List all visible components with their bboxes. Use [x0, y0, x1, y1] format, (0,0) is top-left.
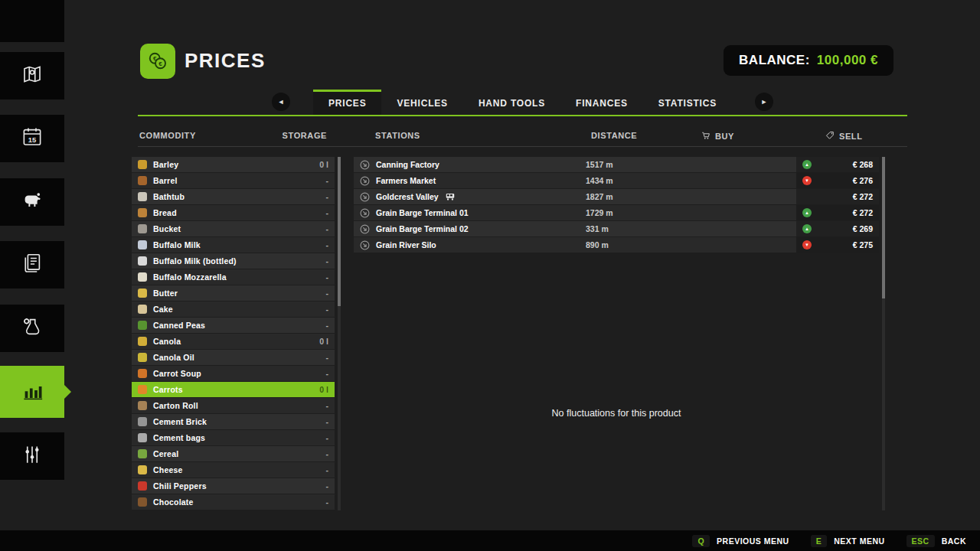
- commodity-storage: -: [326, 497, 329, 507]
- sidebar-item-production[interactable]: [0, 305, 64, 352]
- commodity-scrollbar[interactable]: [338, 157, 341, 510]
- sell-point-icon: [360, 208, 370, 218]
- commodity-name: Barley: [153, 160, 178, 169]
- commodity-row[interactable]: Cake-: [132, 302, 335, 317]
- commodity-row[interactable]: Carton Roll-: [132, 398, 335, 413]
- commodity-name: Cake: [153, 305, 173, 314]
- commodity-storage: -: [326, 289, 329, 298]
- commodity-row[interactable]: Cereal-: [132, 446, 335, 461]
- station-distance: 1517 m: [586, 160, 613, 169]
- active-item-notch: [64, 385, 71, 399]
- buffalo-milk-bottled-icon: [138, 256, 147, 266]
- commodity-row[interactable]: Chocolate-: [132, 494, 335, 510]
- commodity-storage: -: [326, 417, 329, 426]
- prices-screen: 15: [0, 0, 980, 551]
- station-row[interactable]: Goldcrest Valley1827 m€ 272: [354, 189, 879, 204]
- commodity-row[interactable]: Chili Peppers-: [132, 478, 335, 494]
- buy-cart-icon: [701, 131, 710, 142]
- station-name: Farmers Market: [376, 176, 436, 185]
- tab-finances[interactable]: FINANCES: [560, 90, 643, 115]
- commodity-name: Carrot Soup: [153, 369, 201, 378]
- sidebar-item-settings[interactable]: [0, 432, 64, 480]
- commodity-row[interactable]: Canola0 l: [132, 334, 335, 349]
- station-row[interactable]: Canning Factory1517 m▲€ 268: [354, 157, 879, 172]
- canola-oil-icon: [138, 353, 147, 362]
- tab-statistics[interactable]: STATISTICS: [643, 90, 732, 115]
- page-title: PRICES: [185, 49, 266, 73]
- commodity-scrollbar-thumb[interactable]: [338, 157, 341, 306]
- station-scrollbar[interactable]: [882, 157, 885, 510]
- station-sell-price: € 276: [853, 176, 873, 185]
- commodity-row[interactable]: Cement Brick-: [132, 414, 335, 429]
- next-tab-button[interactable]: ►: [755, 93, 773, 111]
- cement-brick-icon: [138, 417, 147, 426]
- tab-prices[interactable]: PRICES: [313, 90, 381, 115]
- contracts-icon: [21, 252, 44, 278]
- sidebar-item-map[interactable]: [0, 52, 64, 99]
- butter-icon: [138, 289, 147, 298]
- commodity-storage: -: [326, 192, 329, 201]
- key-action-label: PREVIOUS MENU: [717, 536, 789, 546]
- balance-badge: BALANCE: 100,000 €: [724, 45, 893, 76]
- station-row[interactable]: Grain Barge Terminal 011729 m▲€ 272: [354, 205, 879, 220]
- station-sell-cell: ▲€ 272: [796, 205, 879, 220]
- sidebar-item-statistics[interactable]: [0, 366, 64, 418]
- commodity-storage: -: [326, 256, 329, 266]
- commodity-name: Chocolate: [153, 497, 194, 507]
- svg-text:€: €: [158, 60, 162, 67]
- svg-text:15: 15: [28, 136, 36, 144]
- column-commodity: COMMODITY: [139, 131, 196, 140]
- footer-hint-e: ENEXT MENU: [811, 535, 885, 547]
- sell-point-icon: [360, 240, 370, 250]
- calendar-icon: 15: [21, 126, 44, 152]
- commodity-name: Buffalo Milk: [153, 240, 201, 249]
- station-scrollbar-thumb[interactable]: [882, 157, 885, 298]
- station-distance: 331 m: [586, 224, 609, 233]
- commodity-row[interactable]: Buffalo Mozzarella-: [132, 269, 335, 285]
- price-up-icon: ▲: [802, 160, 812, 169]
- bucket-icon: [138, 224, 147, 233]
- commodity-row[interactable]: Cement bags-: [132, 430, 335, 445]
- commodity-storage: -: [326, 401, 329, 410]
- sidebar-item-contracts[interactable]: [0, 241, 64, 289]
- tab-vehicles[interactable]: VEHICLES: [381, 90, 462, 115]
- station-row[interactable]: Grain River Silo890 m▼€ 275: [354, 237, 879, 253]
- column-stations: STATIONS: [375, 131, 420, 140]
- station-name: Grain Barge Terminal 02: [376, 224, 469, 233]
- cereal-icon: [138, 449, 147, 458]
- commodity-row[interactable]: Buffalo Milk-: [132, 237, 335, 253]
- commodity-row[interactable]: Butter-: [132, 285, 335, 301]
- commodity-storage: -: [326, 208, 329, 217]
- station-row[interactable]: Farmers Market1434 m▼€ 276: [354, 173, 879, 188]
- bread-icon: [138, 208, 147, 217]
- commodity-row[interactable]: Buffalo Milk (bottled)-: [132, 253, 335, 269]
- station-row[interactable]: Grain Barge Terminal 02331 m▲€ 269: [354, 221, 879, 236]
- tab-hand-tools[interactable]: HAND TOOLS: [463, 90, 560, 115]
- station-name: Grain River Silo: [376, 240, 436, 249]
- commodity-name: Cereal: [153, 449, 178, 458]
- sidebar: 15: [0, 0, 64, 530]
- sidebar-item-calendar[interactable]: 15: [0, 115, 64, 162]
- commodity-row[interactable]: Carrot Soup-: [132, 366, 335, 381]
- commodity-row[interactable]: Bread-: [132, 205, 335, 220]
- commodity-row[interactable]: Carrots0 l: [132, 382, 335, 397]
- commodity-row[interactable]: Bathtub-: [132, 189, 335, 204]
- prev-tab-button[interactable]: ◄: [272, 93, 290, 111]
- commodity-storage: -: [326, 272, 329, 282]
- commodity-storage: 0 l: [319, 385, 328, 394]
- commodity-row[interactable]: Barrel-: [132, 173, 335, 188]
- commodity-row[interactable]: Canned Peas-: [132, 318, 335, 333]
- commodity-name: Buffalo Mozzarella: [153, 272, 227, 282]
- commodity-name: Cement bags: [153, 433, 205, 442]
- sell-tag-icon: [825, 131, 835, 142]
- commodity-row[interactable]: Bucket-: [132, 221, 335, 236]
- cake-icon: [138, 305, 147, 314]
- commodity-name: Barrel: [153, 176, 178, 185]
- balance-value: 100,000 €: [817, 53, 878, 68]
- sidebar-item-animals[interactable]: [0, 178, 64, 226]
- commodity-row[interactable]: Canola Oil-: [132, 350, 335, 365]
- commodity-row[interactable]: Cheese-: [132, 462, 335, 478]
- chocolate-icon: [138, 497, 147, 507]
- commodity-row[interactable]: Barley0 l: [132, 157, 335, 172]
- tab-bar: ◄ PRICESVEHICLESHAND TOOLSFINANCESSTATIS…: [138, 90, 907, 115]
